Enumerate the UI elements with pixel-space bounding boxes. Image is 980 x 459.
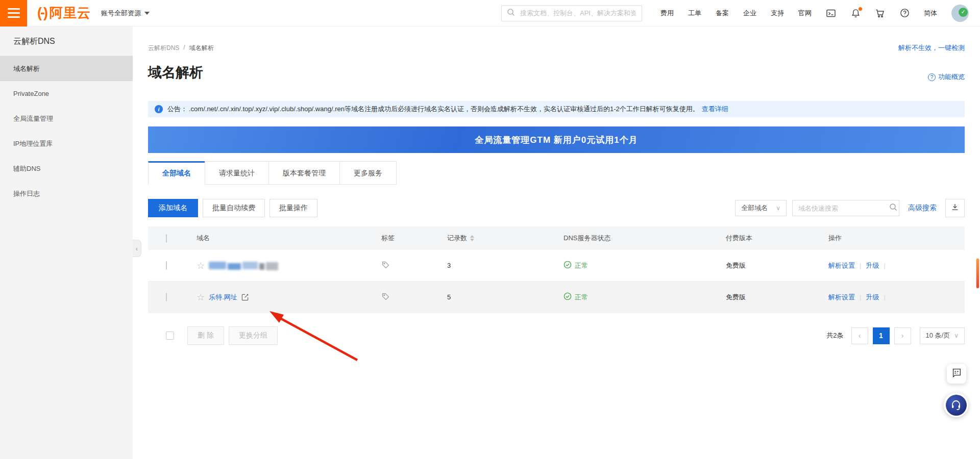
- domain-filter-value: 全部域名: [741, 203, 768, 213]
- change-group-button[interactable]: 更换分组: [229, 326, 278, 345]
- total-count: 共2条: [826, 331, 843, 340]
- breadcrumb-row: 云解析DNS / 域名解析 解析不生效，一键检测: [148, 44, 965, 52]
- record-count: 3: [447, 262, 564, 269]
- search-icon: [889, 203, 897, 213]
- tab-plan-management[interactable]: 版本套餐管理: [268, 161, 340, 185]
- col-actions: 操作: [828, 234, 965, 243]
- tabs: 全部域名 请求量统计 版本套餐管理 更多服务: [148, 161, 965, 185]
- nav-link-support[interactable]: 支持: [771, 9, 784, 18]
- upgrade-link[interactable]: 升级: [866, 293, 879, 301]
- gtm-promo-banner[interactable]: 全局流量管理GTM 新用户0元试用1个月: [148, 126, 965, 153]
- tag-icon[interactable]: [381, 261, 390, 269]
- tab-request-stats[interactable]: 请求量统计: [205, 161, 269, 185]
- batch-auto-renew-button[interactable]: 批量自动续费: [203, 199, 265, 217]
- global-search-input[interactable]: [519, 9, 636, 17]
- nav-link-tickets[interactable]: 工单: [688, 9, 701, 18]
- nav-link-icp[interactable]: 备案: [716, 9, 729, 18]
- page-title: 域名解析: [148, 63, 203, 82]
- terminal-icon[interactable]: [826, 8, 836, 18]
- dns-settings-link[interactable]: 解析设置: [828, 293, 855, 301]
- edit-remark-icon[interactable]: [241, 293, 249, 301]
- table-footer: 删 除 更换分组 共2条 ‹ 1 › 10 条/页 ∨: [148, 326, 965, 345]
- breadcrumb: 云解析DNS / 域名解析: [148, 44, 214, 53]
- sidebar-item-privatezone[interactable]: PrivateZone: [0, 81, 133, 106]
- question-circle-icon: ?: [928, 73, 936, 81]
- download-icon: [951, 203, 959, 213]
- table-row: ☆ 乐特.网址 5 正常 免费版 解析设置|升级|: [148, 282, 965, 313]
- col-dns-status: DNS服务器状态: [564, 234, 726, 243]
- footer-checkbox[interactable]: [166, 332, 174, 340]
- domain-quick-search-box[interactable]: [792, 200, 899, 216]
- aliyun-logo[interactable]: (-) 阿里云: [37, 4, 91, 22]
- domain-quick-search-input[interactable]: [797, 204, 889, 213]
- action-separator: |: [884, 262, 885, 269]
- scrollbar-thumb[interactable]: [976, 258, 979, 289]
- domain-link[interactable]: 乐特.网址: [209, 293, 237, 302]
- language-switcher[interactable]: 简体: [924, 9, 937, 18]
- prev-page-button[interactable]: ‹: [851, 327, 868, 344]
- announcement-detail-link[interactable]: 查看详细: [702, 105, 728, 114]
- headset-icon: [946, 395, 967, 416]
- account-scope-dropdown[interactable]: 账号全部资源: [101, 9, 150, 18]
- customer-service-button[interactable]: [944, 393, 968, 417]
- next-page-button[interactable]: ›: [894, 327, 911, 344]
- title-row: 域名解析 ? 功能概览: [148, 62, 965, 82]
- top-navbar: (-) 阿里云 账号全部资源 费用 工单 备案 企业 支持 官网 简体: [0, 0, 980, 27]
- advanced-search-link[interactable]: 高级搜索: [908, 203, 937, 213]
- col-record-count: 记录数: [447, 234, 467, 243]
- nav-link-website[interactable]: 官网: [798, 9, 812, 18]
- feature-overview-link[interactable]: ? 功能概览: [928, 72, 965, 82]
- row-checkbox[interactable]: [166, 261, 167, 270]
- sidebar-item-domain-resolution[interactable]: 域名解析: [0, 56, 133, 81]
- batch-operations-button[interactable]: 批量操作: [270, 199, 317, 217]
- page-size-value: 10 条/页: [926, 331, 950, 340]
- navbar-right: 费用 工单 备案 企业 支持 官网 简体 ✓: [660, 5, 980, 22]
- status-ok-icon: [564, 292, 572, 302]
- export-download-button[interactable]: [945, 199, 965, 217]
- page-number-current[interactable]: 1: [873, 327, 890, 344]
- sidebar-item-operation-log[interactable]: 操作日志: [0, 181, 133, 206]
- breadcrumb-current: 域名解析: [189, 44, 214, 53]
- notification-bell-icon[interactable]: [850, 8, 861, 18]
- star-icon[interactable]: ☆: [197, 293, 205, 302]
- chevron-down-icon: ∨: [776, 205, 780, 212]
- sidebar-collapse-handle[interactable]: ‹: [133, 240, 141, 257]
- hamburger-menu-icon[interactable]: [0, 0, 27, 27]
- row-checkbox[interactable]: [166, 293, 167, 301]
- user-avatar[interactable]: ✓: [951, 5, 969, 22]
- delete-button[interactable]: 删 除: [187, 326, 224, 345]
- table-header: 域名 标签 记录数 DNS服务器状态 付费版本 操作: [148, 226, 965, 250]
- tab-all-domains[interactable]: 全部域名: [148, 161, 205, 185]
- toolbar-right: 全部域名 ∨ 高级搜索: [735, 199, 965, 217]
- resolution-check-link[interactable]: 解析不生效，一键检测: [898, 43, 965, 53]
- upgrade-link[interactable]: 升级: [866, 262, 879, 269]
- sidebar-item-gtm[interactable]: 全局流量管理: [0, 106, 133, 131]
- search-icon: [507, 8, 515, 18]
- help-icon[interactable]: [899, 8, 910, 18]
- feedback-chat-button[interactable]: [947, 364, 966, 384]
- nav-link-enterprise[interactable]: 企业: [743, 9, 756, 18]
- breadcrumb-root[interactable]: 云解析DNS: [148, 44, 179, 53]
- global-search-box[interactable]: [501, 5, 642, 21]
- account-scope-label: 账号全部资源: [101, 9, 141, 18]
- add-domain-button[interactable]: 添加域名: [148, 199, 198, 217]
- masked-domain[interactable]: [209, 261, 278, 270]
- domain-filter-select[interactable]: 全部域名 ∨: [735, 200, 787, 216]
- cart-icon[interactable]: [875, 8, 885, 18]
- nav-link-billing[interactable]: 费用: [660, 9, 674, 18]
- col-plan: 付费版本: [726, 234, 828, 243]
- tab-more-services[interactable]: 更多服务: [339, 161, 397, 185]
- star-icon[interactable]: ☆: [197, 261, 205, 270]
- pagination: 共2条 ‹ 1 › 10 条/页 ∨: [826, 327, 965, 344]
- sidebar-item-ip-geo[interactable]: IP地理位置库: [0, 131, 133, 156]
- toolbar: 添加域名 批量自动续费 批量操作 全部域名 ∨ 高级搜索: [148, 199, 965, 217]
- sidebar-item-secondary-dns[interactable]: 辅助DNS: [0, 156, 133, 181]
- select-all-checkbox[interactable]: [166, 234, 167, 243]
- announcement-banner: i 公告：.com/.net/.cn/.xin/.top/.xyz/.vip/.…: [148, 101, 965, 117]
- chevron-left-icon: ‹: [136, 245, 138, 252]
- dns-settings-link[interactable]: 解析设置: [828, 262, 855, 269]
- page-size-select[interactable]: 10 条/页 ∨: [920, 327, 965, 344]
- sort-toggle[interactable]: [470, 235, 474, 241]
- action-separator: |: [860, 262, 861, 269]
- tag-icon[interactable]: [381, 292, 390, 301]
